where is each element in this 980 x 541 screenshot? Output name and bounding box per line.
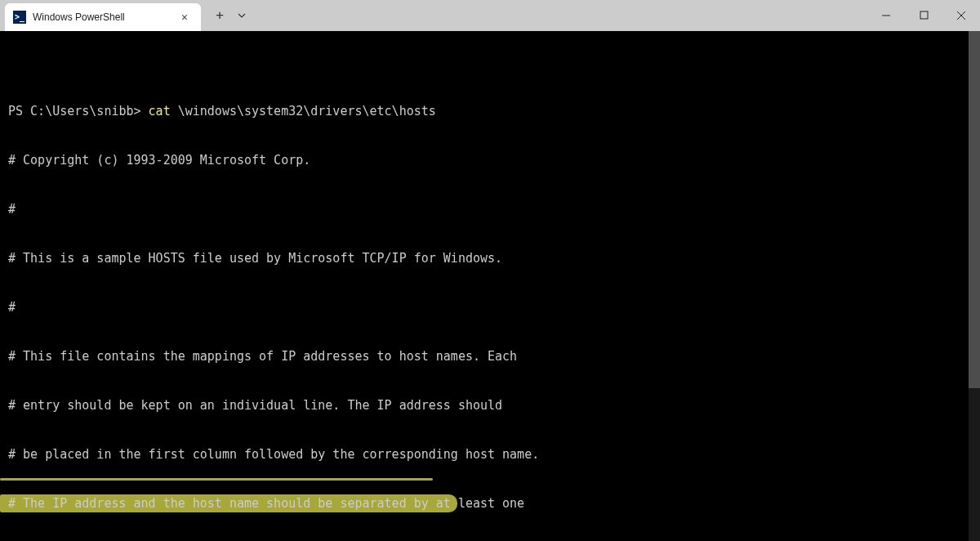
svg-rect-1 xyxy=(920,11,928,19)
output-line: # The IP address and the host name shoul… xyxy=(8,495,972,512)
new-tab-button[interactable]: + xyxy=(207,3,232,28)
output-line: # Copyright (c) 1993-2009 Microsoft Corp… xyxy=(8,152,972,168)
window-controls xyxy=(867,0,980,31)
highlight-annotation-top xyxy=(0,478,433,481)
output-line: # xyxy=(8,201,972,217)
minimize-button[interactable] xyxy=(867,0,905,31)
close-window-button[interactable] xyxy=(942,0,980,31)
maximize-button[interactable] xyxy=(905,0,942,31)
output-line: # be placed in the first column followed… xyxy=(8,446,972,463)
prompt-line-1: PS C:\Users\snibb> cat \windows\system32… xyxy=(8,103,972,119)
tab-dropdown-button[interactable] xyxy=(232,3,252,28)
powershell-icon: >_ xyxy=(13,11,26,24)
output-line: # xyxy=(8,299,972,315)
tab-title: Windows PowerShell xyxy=(33,11,176,23)
close-tab-button[interactable]: ✕ xyxy=(176,9,193,25)
tab-active[interactable]: >_ Windows PowerShell ✕ xyxy=(5,3,201,31)
titlebar: >_ Windows PowerShell ✕ + xyxy=(0,0,980,31)
terminal-body[interactable]: PS C:\Users\snibb> cat \windows\system32… xyxy=(0,31,980,541)
output-line: # entry should be kept on an individual … xyxy=(8,397,972,414)
output-line: # This file contains the mappings of IP … xyxy=(8,348,972,364)
output-line: # This is a sample HOSTS file used by Mi… xyxy=(8,250,972,266)
